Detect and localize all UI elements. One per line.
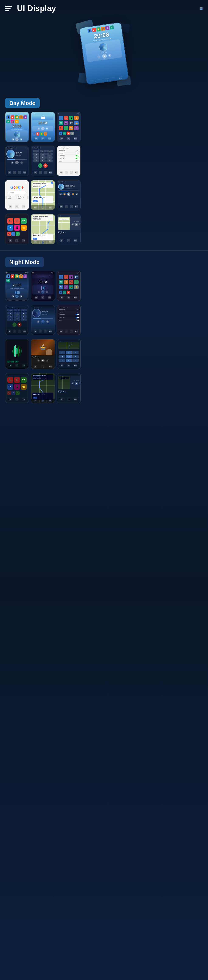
num-8[interactable]: 8: [40, 156, 46, 159]
bt-play[interactable]: ⏸: [15, 161, 19, 164]
night-num-4[interactable]: 4: [7, 312, 13, 315]
night-bt-prev[interactable]: ⏮: [37, 320, 39, 323]
night-play-1[interactable]: ⏸: [15, 294, 19, 298]
num-1[interactable]: 1: [33, 150, 39, 153]
app-icon-6[interactable]: 📷: [64, 121, 68, 125]
prev-btn-1[interactable]: ⏮: [12, 138, 14, 141]
night-cp-maps[interactable]: 🗺: [21, 377, 27, 383]
night-go-btn[interactable]: GO: [33, 396, 37, 399]
app-icon-3[interactable]: 📱: [69, 116, 73, 120]
auto-answer-toggle[interactable]: [76, 155, 79, 156]
nav-arrow-bottomleft[interactable]: ↙: [59, 359, 65, 362]
call-btn[interactable]: 📞: [38, 164, 43, 168]
power-toggle[interactable]: [76, 160, 79, 162]
num-5[interactable]: 5: [40, 153, 46, 156]
back-icon-2[interactable]: ◀: [41, 137, 44, 140]
nav-arrow-left[interactable]: ◀: [59, 355, 65, 358]
social-back[interactable]: ⏪: [63, 193, 66, 196]
night-num-8[interactable]: 8: [14, 315, 20, 318]
cp-maps-icon[interactable]: 🗺: [21, 218, 27, 224]
cp-dock-2[interactable]: 🎵: [11, 232, 15, 236]
night-cp-podcasts[interactable]: 🎙: [7, 384, 13, 390]
np-next[interactable]: ⏭: [79, 223, 80, 226]
night-bt-next[interactable]: ⏭: [46, 320, 49, 323]
night-next-1[interactable]: ⏭: [20, 295, 22, 298]
app-icon-4[interactable]: ⚙: [74, 116, 79, 120]
night-cp-music[interactable]: 🎵: [14, 377, 20, 383]
night-app-8[interactable]: 🎶: [74, 280, 79, 284]
num-0[interactable]: 0: [40, 159, 46, 162]
play-btn-2[interactable]: ⏸: [41, 127, 44, 130]
num-3[interactable]: 3: [46, 150, 53, 153]
cp-dock-1[interactable]: 📞: [7, 232, 11, 236]
night-eq-2[interactable]: DSP: [10, 361, 14, 363]
nav-arrow-center[interactable]: OK: [66, 355, 72, 358]
im-feeling-lucky-btn[interactable]: I'm Feeling Lucky: [17, 196, 28, 199]
social-next[interactable]: ⏭: [76, 193, 78, 196]
night-np-play[interactable]: ▶: [75, 382, 78, 385]
num-4[interactable]: 4: [33, 153, 39, 156]
dial-icon-2[interactable]: DIAL: [35, 137, 38, 140]
cp-podcasts-icon[interactable]: 🎙: [7, 225, 13, 231]
nav-arrow-down[interactable]: ▼: [66, 359, 72, 362]
night-eq-1[interactable]: EQ: [7, 361, 10, 363]
cp-music-icon[interactable]: 🎵: [14, 218, 20, 224]
night-dock-2[interactable]: 🗺: [63, 291, 66, 294]
night-num-1[interactable]: 1: [7, 309, 13, 312]
cp-phone-icon[interactable]: 📞: [7, 218, 13, 224]
num-star[interactable]: *: [33, 159, 39, 162]
night-num-7[interactable]: 7: [7, 315, 13, 318]
night-np-next[interactable]: ⏭: [79, 382, 80, 384]
night-app-10[interactable]: 🔊: [64, 285, 68, 289]
nav-go-btn[interactable]: GO: [33, 237, 37, 240]
app-icon-10[interactable]: 🎶: [64, 126, 68, 130]
night-app-9[interactable]: 📡: [59, 285, 63, 289]
np-prev[interactable]: ⏮: [71, 223, 74, 226]
google-search-bar[interactable]: Search...: [8, 191, 26, 194]
bt-next[interactable]: ⏭: [20, 161, 23, 164]
night-num-9[interactable]: 9: [20, 315, 27, 318]
hamburger-right[interactable]: ≡: [200, 6, 203, 11]
food-prev[interactable]: ⏮: [37, 359, 40, 362]
nav-arrow-bottomright[interactable]: ↘: [72, 359, 79, 362]
cp-app2-icon[interactable]: ⭐: [21, 225, 27, 231]
auto-icon-2[interactable]: AUTO: [48, 137, 51, 140]
food-next[interactable]: ⏭: [46, 359, 48, 362]
end-btn[interactable]: ✕: [43, 164, 47, 168]
night-cp-app2[interactable]: ⭐: [21, 384, 27, 390]
night-call-btn[interactable]: 📞: [12, 323, 17, 327]
next-btn-2[interactable]: ⏭: [46, 127, 48, 130]
play-btn-1[interactable]: ⏸: [15, 138, 19, 141]
night-num-6[interactable]: 6: [20, 312, 27, 315]
app-icon-11[interactable]: 📡: [69, 126, 73, 130]
social-play[interactable]: ▶: [67, 192, 71, 196]
night-power-toggle[interactable]: [76, 319, 79, 321]
night-app-11[interactable]: 📻: [69, 285, 73, 289]
menu-icon[interactable]: [5, 4, 14, 13]
night-app-1[interactable]: 🎵: [59, 275, 63, 279]
night-app-4[interactable]: BT: [74, 275, 79, 279]
night-num-0[interactable]: 0: [14, 318, 20, 321]
app-icon-9[interactable]: 📞: [59, 126, 63, 130]
nav-arrow-up[interactable]: ▲: [66, 351, 72, 354]
app-icon-7[interactable]: BT: [69, 121, 73, 125]
app-icon-1[interactable]: 🎵: [59, 116, 63, 120]
num-6[interactable]: 6: [46, 153, 53, 156]
nav-arrow-right[interactable]: ▶: [72, 355, 79, 358]
food-play[interactable]: ▶: [41, 359, 44, 362]
night-app-3[interactable]: 📱: [69, 275, 73, 279]
num-2[interactable]: 2: [40, 150, 46, 153]
night-app-6[interactable]: ⚙: [64, 280, 68, 284]
np-play[interactable]: ▶: [75, 223, 78, 226]
google-search-btn[interactable]: Google Search: [6, 196, 16, 199]
night-num-5[interactable]: 5: [14, 312, 20, 315]
cp-app1-icon[interactable]: 📱: [14, 225, 20, 231]
next-btn-1[interactable]: ⏭: [20, 138, 22, 141]
bt-prev[interactable]: ⏮: [11, 161, 14, 164]
night-end-btn[interactable]: ✕: [17, 323, 22, 327]
night-cp-dock-3[interactable]: 🗺: [16, 391, 19, 395]
night-app-7[interactable]: 📞: [69, 280, 73, 284]
night-prev-2[interactable]: ⏮: [38, 291, 40, 293]
night-num-3[interactable]: 3: [20, 309, 27, 312]
night-num-hash[interactable]: #: [20, 318, 27, 321]
